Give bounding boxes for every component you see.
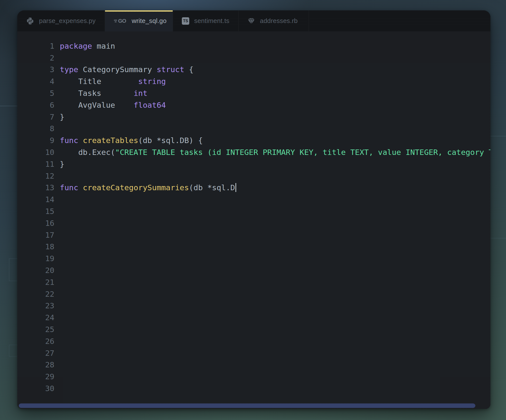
line-code: func createTables(db *sql.DB) { (54, 136, 203, 145)
tab-bar-empty-space (309, 10, 490, 31)
line-code: Tasks int (54, 89, 148, 98)
code-line[interactable]: 5 Tasks int (17, 87, 490, 99)
line-code: db.Exec("CREATE TABLE tasks (id INTEGER … (54, 148, 490, 157)
code-line[interactable]: 8 (17, 123, 490, 135)
line-code: package main (54, 42, 115, 50)
line-number: 28 (17, 360, 54, 369)
line-number: 24 (17, 313, 54, 322)
go-icon: GO (114, 17, 127, 25)
line-number: 27 (17, 349, 54, 357)
tab-write-sql-go[interactable]: GO write_sql.go (105, 10, 173, 31)
code-line[interactable]: 13func createCategorySummaries(db *sql.D (17, 182, 490, 194)
line-number: 14 (17, 195, 54, 204)
code-line[interactable]: 9func createTables(db *sql.DB) { (17, 134, 490, 146)
line-code: } (54, 160, 64, 168)
ruby-icon (248, 17, 255, 25)
code-line[interactable]: 29 (17, 371, 490, 382)
line-number: 21 (17, 278, 54, 287)
code-line[interactable]: 18 (17, 241, 490, 253)
line-number: 18 (17, 242, 54, 251)
code-line[interactable]: 14 (17, 193, 490, 205)
code-editor-window: parse_expenses.py GO write_sql.go TS sen… (17, 10, 490, 409)
code-line[interactable]: 12 (17, 170, 490, 182)
tab-addresses-rb[interactable]: addresses.rb (239, 10, 309, 31)
line-number: 9 (17, 136, 54, 145)
line-code: AvgValue float64 (54, 101, 166, 109)
line-number: 15 (17, 207, 54, 216)
code-line[interactable]: 25 (17, 323, 490, 335)
line-number: 7 (17, 112, 54, 121)
python-icon (26, 17, 34, 25)
tab-label: sentiment.ts (194, 17, 230, 25)
code-line[interactable]: 15 (17, 205, 490, 217)
background-line (0, 106, 17, 106)
code-line[interactable]: 23 (17, 300, 490, 312)
code-line[interactable]: 4 Title string (17, 75, 490, 87)
line-number: 2 (17, 53, 54, 62)
horizontal-scrollbar-thumb[interactable] (19, 403, 475, 408)
line-number: 13 (17, 183, 54, 192)
tab-parse-expenses-py[interactable]: parse_expenses.py (17, 10, 105, 31)
line-number: 4 (17, 77, 54, 86)
code-line[interactable]: 17 (17, 229, 490, 241)
tab-sentiment-ts[interactable]: TS sentiment.ts (173, 10, 239, 31)
code-line[interactable]: 24 (17, 312, 490, 323)
line-number: 25 (17, 325, 54, 334)
line-number: 12 (17, 171, 54, 180)
code-line[interactable]: 28 (17, 359, 490, 371)
line-code: Title string (54, 77, 166, 86)
line-number: 8 (17, 124, 54, 133)
code-line[interactable]: 3type CategorySummary struct { (17, 64, 490, 76)
tab-bar: parse_expenses.py GO write_sql.go TS sen… (17, 10, 490, 32)
background-line (490, 238, 506, 238)
line-code: type CategorySummary struct { (54, 65, 193, 74)
line-number: 1 (17, 42, 54, 50)
line-number: 11 (17, 160, 54, 168)
code-line[interactable]: 21 (17, 276, 490, 288)
line-number: 23 (17, 301, 54, 310)
line-number: 16 (17, 219, 54, 228)
code-line[interactable]: 30 (17, 382, 490, 394)
code-line[interactable]: 20 (17, 264, 490, 276)
tab-label: addresses.rb (260, 17, 298, 25)
code-area[interactable]: 1package main23type CategorySummary stru… (17, 31, 490, 409)
line-number: 10 (17, 148, 54, 157)
code-line[interactable]: 6 AvgValue float64 (17, 99, 490, 111)
line-code: } (54, 112, 64, 121)
line-number: 19 (17, 254, 54, 263)
code-line[interactable]: 7} (17, 111, 490, 123)
line-number: 29 (17, 372, 54, 381)
code-line[interactable]: 26 (17, 335, 490, 347)
line-number: 3 (17, 65, 54, 74)
horizontal-scrollbar-track (19, 403, 489, 408)
tab-label: parse_expenses.py (39, 17, 96, 25)
code-line[interactable]: 22 (17, 288, 490, 300)
line-number: 17 (17, 231, 54, 239)
code-lines: 1package main23type CategorySummary stru… (17, 40, 490, 394)
code-line[interactable]: 2 (17, 52, 490, 64)
code-line[interactable]: 16 (17, 217, 490, 229)
line-number: 26 (17, 337, 54, 346)
code-line[interactable]: 19 (17, 252, 490, 264)
code-line[interactable]: 10 db.Exec("CREATE TABLE tasks (id INTEG… (17, 146, 490, 158)
tab-label: write_sql.go (132, 17, 167, 25)
typescript-icon: TS (182, 17, 189, 25)
line-number: 30 (17, 384, 54, 393)
code-line[interactable]: 27 (17, 347, 490, 359)
background-line (490, 136, 506, 136)
line-number: 5 (17, 89, 54, 98)
text-cursor (235, 183, 236, 192)
line-number: 6 (17, 101, 54, 109)
code-line[interactable]: 11} (17, 158, 490, 170)
line-number: 22 (17, 290, 54, 298)
line-code: func createCategorySummaries(db *sql.D (54, 183, 236, 192)
code-line[interactable]: 1package main (17, 40, 490, 52)
line-number: 20 (17, 266, 54, 275)
